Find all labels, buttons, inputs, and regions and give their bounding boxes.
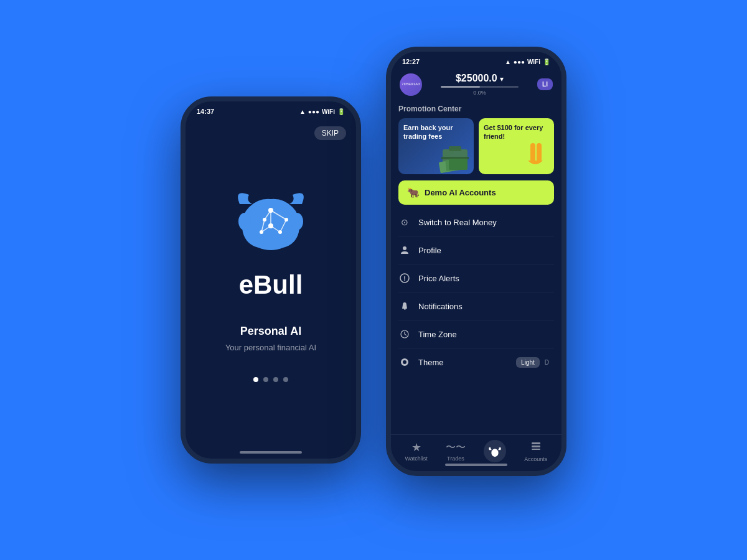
notch-right xyxy=(445,52,507,65)
menu-text-theme: Theme xyxy=(418,358,509,367)
profile-icon xyxy=(398,244,411,256)
dot-1 xyxy=(253,377,258,382)
demo-ai-button[interactable]: 🐂 Demo AI Accounts xyxy=(398,180,554,205)
theme-toggle[interactable]: Light D xyxy=(516,357,554,368)
svg-rect-21 xyxy=(530,143,535,162)
onboarding-dots xyxy=(253,377,288,382)
trades-icon: 〜〜 xyxy=(446,441,466,454)
svg-point-1 xyxy=(291,213,303,230)
balance-display: $25000.0 ▾ xyxy=(428,73,531,84)
balance-amount: $25000.0 xyxy=(456,73,497,83)
price-alerts-icon xyxy=(398,272,411,284)
nav-accounts[interactable]: Accounts xyxy=(524,441,547,462)
svg-point-23 xyxy=(403,246,406,250)
menu-text-switch-real: Switch to Real Money xyxy=(418,218,554,227)
trades-label: Trades xyxy=(447,455,464,462)
menu-text-notifications: Notifications xyxy=(418,302,554,311)
tagline-title: Personal AI xyxy=(240,325,301,338)
home-indicator-left xyxy=(240,451,302,454)
status-icons-right: ▲ ●●● WiFi 🔋 xyxy=(505,58,550,65)
theme-light[interactable]: Light xyxy=(516,357,540,368)
skip-button[interactable]: SKIP xyxy=(314,126,346,140)
tagline-subtitle: Your personal financial AI xyxy=(225,343,316,352)
home-bull-icon xyxy=(484,440,506,462)
avatar-text: 7D5E91A3 xyxy=(400,81,421,88)
svg-point-0 xyxy=(238,213,251,230)
menu-item-profile[interactable]: Profile xyxy=(398,236,554,264)
promo-cards: Earn back your trading fees xyxy=(398,118,554,174)
svg-rect-33 xyxy=(532,446,540,447)
dot-2 xyxy=(263,377,268,382)
svg-rect-34 xyxy=(532,449,540,450)
avatar[interactable]: 7D5E91A3 xyxy=(400,73,422,96)
menu-list: ⊙ Switch to Real Money Profile xyxy=(391,208,561,434)
app-name: eBull xyxy=(239,270,303,300)
promo-card-referral[interactable]: Get $100 for every friend! xyxy=(479,118,554,174)
time-left: 14:37 xyxy=(197,108,214,115)
promo-card1-text: Earn back your trading fees xyxy=(403,123,474,141)
svg-point-10 xyxy=(284,218,288,222)
notch-left xyxy=(240,101,302,115)
theme-dark[interactable]: D xyxy=(540,357,554,368)
nav-trades[interactable]: 〜〜 Trades xyxy=(446,441,466,462)
svg-point-14 xyxy=(263,218,266,222)
svg-point-12 xyxy=(268,223,273,228)
phone-right: 12:27 ▲ ●●● WiFi 🔋 7D5E91A3 $25000.0 ▾ xyxy=(386,47,566,476)
promo-section: Promotion Center Earn back your trading … xyxy=(391,100,561,177)
right-phone-content: 12:27 ▲ ●●● WiFi 🔋 7D5E91A3 $25000.0 ▾ xyxy=(391,52,561,471)
promo-card1-image xyxy=(436,137,474,174)
nav-watchlist[interactable]: ★ Watchlist xyxy=(405,441,428,462)
phone-left: 14:37 ▲ ●●● WiFi 🔋 SKIP xyxy=(181,96,361,464)
theme-icon xyxy=(398,356,411,368)
svg-point-26 xyxy=(404,279,405,281)
status-icons-left: ▲ ●●● WiFi 🔋 xyxy=(299,108,345,115)
demo-ai-label: Demo AI Accounts xyxy=(425,188,496,197)
home-indicator-right xyxy=(445,464,507,466)
watchlist-icon: ★ xyxy=(411,441,421,454)
menu-text-timezone: Time Zone xyxy=(418,330,554,339)
promo-label: Promotion Center xyxy=(398,105,554,113)
left-phone-content: eBull Personal AI Your personal financia… xyxy=(186,118,356,450)
time-right: 12:27 xyxy=(402,58,420,65)
demo-ai-icon: 🐂 xyxy=(407,187,420,198)
promo-card2-text: Get $100 for every friend! xyxy=(484,123,554,141)
bull-logo xyxy=(227,185,314,260)
svg-line-29 xyxy=(405,334,406,335)
balance-change: 0.0% xyxy=(428,90,531,96)
accounts-icon xyxy=(530,441,542,455)
menu-item-timezone[interactable]: Time Zone xyxy=(398,320,554,348)
menu-item-switch-real[interactable]: ⊙ Switch to Real Money xyxy=(398,208,554,236)
svg-rect-32 xyxy=(532,442,540,444)
phones-container: 14:37 ▲ ●●● WiFi 🔋 SKIP xyxy=(181,84,566,476)
svg-point-13 xyxy=(260,230,263,234)
header-center: $25000.0 ▾ 0.0% xyxy=(428,73,531,96)
svg-rect-20 xyxy=(449,159,467,170)
dot-3 xyxy=(273,377,278,382)
accounts-label: Accounts xyxy=(524,456,547,462)
promo-card2-image xyxy=(517,137,554,174)
svg-point-31 xyxy=(403,360,406,364)
menu-text-profile: Profile xyxy=(418,246,554,255)
chevron-down-icon: ▾ xyxy=(500,75,504,83)
svg-rect-22 xyxy=(537,143,542,162)
timezone-icon xyxy=(398,328,411,340)
menu-item-price-alerts[interactable]: Price Alerts xyxy=(398,264,554,292)
nav-home[interactable] xyxy=(484,440,506,462)
svg-point-9 xyxy=(268,208,273,213)
menu-item-notifications[interactable]: Notifications xyxy=(398,292,554,320)
right-header: 7D5E91A3 $25000.0 ▾ 0.0% LI xyxy=(391,68,561,100)
promo-card-trading-fees[interactable]: Earn back your trading fees xyxy=(398,118,474,174)
svg-point-11 xyxy=(278,230,282,234)
dot-4 xyxy=(283,377,288,382)
menu-text-price-alerts: Price Alerts xyxy=(418,274,554,283)
svg-rect-16 xyxy=(449,146,461,151)
notifications-icon xyxy=(398,300,411,312)
switch-real-icon: ⊙ xyxy=(398,216,411,228)
menu-item-theme[interactable]: Theme Light D xyxy=(398,348,554,376)
watchlist-label: Watchlist xyxy=(405,455,428,462)
live-badge: LI xyxy=(537,78,553,90)
